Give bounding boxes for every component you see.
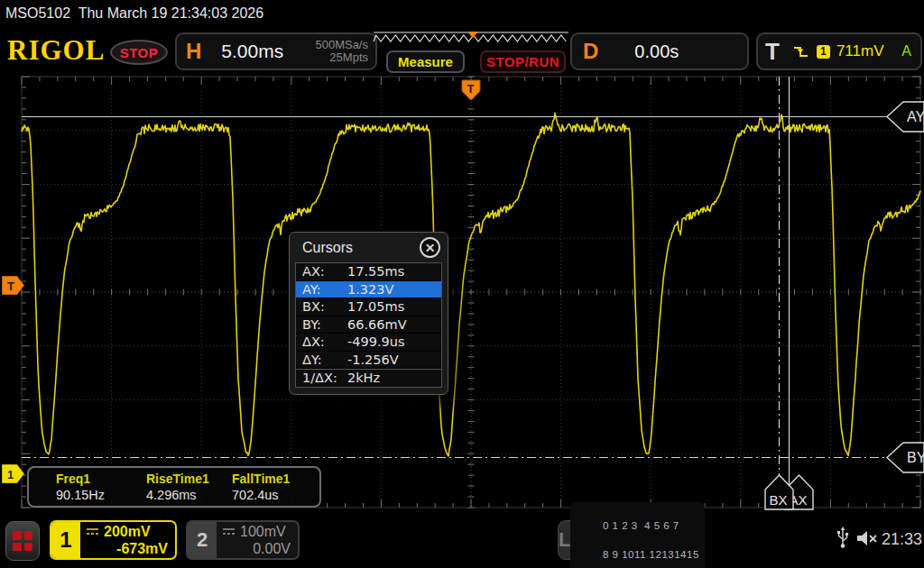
measurement-freq: Freq1 90.15Hz xyxy=(56,472,146,506)
cursor-row-inv-dx[interactable]: 1/ΔX: 2kHz xyxy=(296,369,441,387)
cursor-readout-list: AX: 17.55ms AY: 1.323V BX: 17.05ms BY: 6… xyxy=(295,262,442,388)
close-icon[interactable]: ✕ xyxy=(420,237,440,258)
channel-1-scale: 200mV xyxy=(104,523,151,540)
usb-icon xyxy=(836,527,849,550)
channel-2-scale: 100mV xyxy=(240,523,286,540)
channel-2-offset: 0.00V xyxy=(253,540,291,557)
marker-label: T xyxy=(7,279,14,293)
measurement-value: 702.4us xyxy=(232,488,318,502)
channel-2-badge: 2 xyxy=(188,522,217,558)
channel-2-status[interactable]: 2 100mV 0.00V xyxy=(186,520,300,560)
digital-channel-list: 0 1 2 3 4 5 6 7 8 9 1011 12131415 xyxy=(570,502,704,568)
cursor-row-dy[interactable]: ΔY: -1.256V xyxy=(296,352,441,370)
channel-1-trace xyxy=(22,113,920,456)
measurement-value: 4.296ms xyxy=(146,488,232,502)
measurement-label: FallTime1 xyxy=(232,472,318,486)
oscilloscope-screen: AYBYAXBXTT1 MSO5102 Thu March 19 21:34:0… xyxy=(0,0,924,568)
bottom-status-bar: 1 200mV -673mV 2 xyxy=(0,514,924,568)
trigger-level-marker[interactable]: T xyxy=(2,276,24,295)
channel-1-offset: -673mV xyxy=(116,540,168,557)
cursor-ay-flag-label: AY xyxy=(907,109,924,124)
grid-menu-icon xyxy=(13,531,32,551)
trigger-marker-label: T xyxy=(467,82,475,96)
la-badge: L xyxy=(559,528,570,552)
dc-coupling-icon xyxy=(222,527,236,536)
cursor-bx-flag-label: BX xyxy=(770,492,788,508)
measurement-label: RiseTime1 xyxy=(146,472,232,486)
measurement-label: Freq1 xyxy=(56,472,146,486)
cursor-row-bx[interactable]: BX: 17.05ms xyxy=(296,298,441,316)
measurement-value: 90.15Hz xyxy=(56,488,146,502)
cursors-dialog-titlebar: Cursors ✕ xyxy=(290,233,448,262)
dc-coupling-icon xyxy=(86,527,99,536)
trigger-position-marker[interactable]: T xyxy=(462,80,480,100)
measurement-results-panel[interactable]: Freq1 90.15Hz RiseTime1 4.296ms FallTime… xyxy=(27,466,321,508)
cursor-row-by[interactable]: BY: 66.66mV xyxy=(296,316,441,334)
measurement-falltime: FallTime1 702.4us xyxy=(232,472,318,506)
speaker-muted-icon[interactable] xyxy=(855,528,879,548)
cursor-row-ay-selected[interactable]: AY: 1.323V xyxy=(296,281,441,299)
logic-analyzer-status[interactable]: L 0 1 2 3 4 5 6 7 8 9 1011 12131415 xyxy=(558,520,676,560)
cursor-by-flag-label: BY xyxy=(907,450,924,465)
cursor-row-dx[interactable]: ΔX: -499.9us xyxy=(296,334,441,352)
cursors-dialog: Cursors ✕ AX: 17.55ms AY: 1.323V BX: 17.… xyxy=(289,232,448,395)
graticule-grid xyxy=(22,77,920,508)
cursor-row-ax[interactable]: AX: 17.55ms xyxy=(296,263,441,281)
quick-menu-button[interactable] xyxy=(5,521,40,561)
channel-1-status[interactable]: 1 200mV -673mV xyxy=(50,520,177,560)
marker-label: 1 xyxy=(7,468,14,481)
status-clock: 21:33 xyxy=(882,530,922,549)
cursors-dialog-title: Cursors xyxy=(302,240,353,256)
measurement-risetime: RiseTime1 4.296ms xyxy=(146,472,232,506)
channel-1-badge: 1 xyxy=(51,522,80,558)
channel-1-position-marker[interactable]: 1 xyxy=(2,464,24,483)
